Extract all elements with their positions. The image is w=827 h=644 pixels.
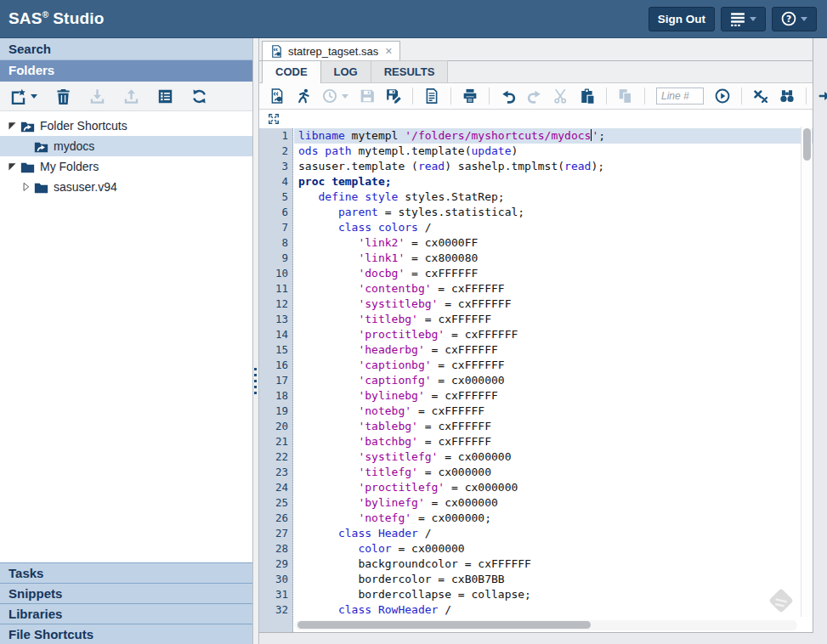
code-line[interactable]: 'link2' = cx0000FF [294,235,813,251]
code-line[interactable]: ods path mytempl.template(update) [294,144,813,159]
download-button[interactable] [89,88,105,105]
save-as-button[interactable] [386,88,401,104]
code-line[interactable]: libname mytempl '/folders/myshortcuts/my… [294,128,813,144]
panel-snippets[interactable]: Snippets [0,583,252,603]
vertical-scrollbar[interactable] [801,127,812,617]
refresh-icon [191,88,207,105]
panel-file-shortcuts[interactable]: File Shortcuts [0,624,252,644]
code-line[interactable]: 'captionfg' = cx000000 [294,373,813,388]
indent-button[interactable] [818,88,827,104]
toolbar-separator [644,88,645,105]
code-line[interactable]: 'notefg' = cx000000; [294,511,813,526]
code-line[interactable]: parent = styles.statistical; [294,205,813,220]
tab-statrep-tagset-sas[interactable]: statrep_tagset.sas × [262,41,400,60]
horizontal-scrollbar-thumb[interactable] [297,621,591,629]
code-line[interactable]: 'systitlebg' = cxFFFFFF [294,297,813,312]
line-number-input[interactable] [656,88,704,105]
sign-out-button[interactable]: Sign Out [649,7,715,31]
new-icon [10,88,26,105]
collapse-triangle-icon[interactable] [7,120,19,132]
code-line[interactable]: 'bylinefg' = cx000000 [294,495,813,511]
program-summary-button[interactable] [424,88,439,104]
code-line[interactable]: 'docbg' = cxFFFFFF [294,266,813,281]
paste-icon [580,88,595,104]
save-button[interactable] [360,88,375,104]
splitter-grip-icon [254,368,257,394]
history-button[interactable] [322,88,348,104]
horizontal-scrollbar[interactable] [295,620,797,630]
redo-icon [527,88,542,104]
code-line[interactable]: bordercollapse = collapse; [294,587,813,602]
new-program-button[interactable] [269,88,285,104]
paste-button[interactable] [580,88,595,104]
tab-log[interactable]: LOG [321,60,371,82]
code-line[interactable]: 'proctitlebg' = cxFFFFFF [294,327,813,342]
find-replace-button[interactable] [779,88,795,104]
clear-code-button[interactable] [753,88,768,104]
code-line[interactable]: class RowHeader / [294,602,813,618]
code-line[interactable]: 'systitlefg' = cx000000 [294,449,813,465]
close-icon[interactable]: × [385,45,392,57]
cut-button[interactable] [553,88,569,104]
code-line[interactable]: sasuser.template (read) sashelp.tmplmst(… [294,159,813,174]
line-number: 31 [259,587,292,602]
refresh-button[interactable] [191,88,207,105]
panel-search[interactable]: Search [0,38,252,60]
code-line[interactable]: 'headerbg' = cxFFFFFF [294,342,813,358]
tree-item-mydocs[interactable]: mydocs [0,136,252,156]
code-editor[interactable]: 1234567891011121314151617181920212223242… [259,110,813,632]
goto-line-button[interactable] [715,88,730,104]
collapse-triangle-icon[interactable] [7,161,19,172]
code-line[interactable]: 'bylinebg' = cxFFFFFF [294,388,813,404]
code-line[interactable]: 'batchbg' = cxFFFFFF [294,434,813,449]
new-button[interactable] [10,88,37,105]
chevron-down-icon [750,17,756,21]
program-panel: statrep_tagset.sas × CODELOGRESULTS 1234… [259,38,813,633]
expand-triangle-icon[interactable] [20,181,32,193]
redo-button[interactable] [527,88,542,104]
code-line[interactable]: 'titlebg' = cxFFFFFF [294,312,813,327]
code-line[interactable]: class colors / [294,220,813,235]
code-line[interactable]: 'captionbg' = cxFFFFFF [294,358,813,373]
code-line[interactable]: color = cx000000 [294,541,813,556]
code-line[interactable]: 'titlefg' = cx000000 [294,465,813,480]
code-line[interactable]: backgroundcolor = cxFFFFFF [294,556,813,572]
maximize-editor-icon[interactable] [268,113,280,125]
vertical-scrollbar-thumb[interactable] [803,128,811,161]
undo-button[interactable] [501,88,516,104]
line-number: 17 [259,373,292,388]
panel-libraries[interactable]: Libraries [0,603,252,624]
panel-tasks[interactable]: Tasks [0,562,252,583]
save-icon [360,88,375,104]
code-lines[interactable]: libname mytempl '/folders/myshortcuts/my… [294,128,813,618]
run-button[interactable] [296,88,311,104]
copy-button[interactable] [618,88,633,104]
line-number: 4 [259,174,292,189]
tree-item-sasuser-v94[interactable]: sasuser.v94 [0,177,252,197]
tab-code[interactable]: CODE [262,60,321,83]
tree-item-my-folders[interactable]: My Folders [0,156,252,177]
properties-button[interactable] [157,88,173,105]
code-line[interactable]: class Header / [294,526,813,541]
code-line[interactable]: 'contentbg' = cxFFFFFF [294,281,813,297]
code-line[interactable]: 'tablebg' = cxFFFFFF [294,419,813,434]
code-line[interactable]: 'proctitlefg' = cx000000 [294,480,813,495]
delete-button[interactable] [55,88,71,105]
panel-folders[interactable]: Folders [0,60,252,82]
code-line[interactable]: proc template; [294,174,813,189]
upload-button[interactable] [123,88,139,105]
print-button[interactable] [462,88,478,104]
tree-item-folder-shortcuts[interactable]: Folder Shortcuts [0,116,252,136]
code-line[interactable]: define style styles.StatRep; [294,189,813,205]
tab-results[interactable]: RESULTS [371,60,449,82]
code-area[interactable]: 1234567891011121314151617181920212223242… [259,128,813,632]
help-button[interactable]: ? [772,7,817,31]
code-line[interactable]: 'link1' = cx800080 [294,251,813,266]
sidebar-splitter[interactable] [252,38,259,644]
line-number: 14 [259,327,292,342]
indent-icon [818,88,827,104]
code-line[interactable]: 'notebg' = cxFFFFFF [294,404,813,419]
clear-code-icon [753,88,768,104]
code-line[interactable]: bordercolor = cxB0B7BB [294,572,813,587]
application-menu-button[interactable] [721,7,766,31]
